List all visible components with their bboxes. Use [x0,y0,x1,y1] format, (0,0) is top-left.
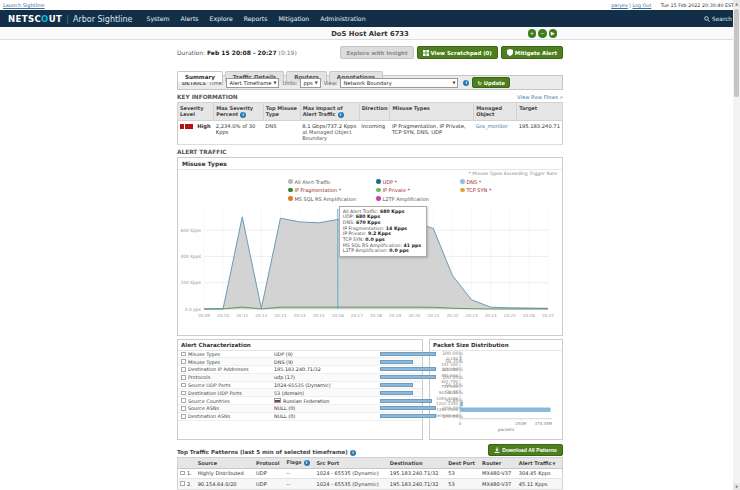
info-icon[interactable]: i [350,450,356,456]
time-select[interactable]: Alert Timeframe▼ [226,78,279,88]
svg-text:0-150: 0-150 [446,355,458,360]
netscout-logo[interactable]: NETSCOUT [8,14,62,24]
chart-legend: All Alert TrafficUDP *DNS *IP Fragmentat… [288,179,558,202]
checkbox[interactable] [181,367,186,372]
checkbox[interactable] [180,471,185,476]
legend-item[interactable]: L2TP Amplification [376,196,460,202]
svg-text:600 Kpps: 600 Kpps [180,227,201,232]
info-icon[interactable]: i [463,80,469,86]
scrollbar-thumb[interactable] [734,9,739,97]
svg-text:20:14: 20:14 [294,313,306,318]
chart-tooltip: All Alert Traffic: 680 KppsUDP: 680 Kpps… [339,206,427,258]
username-link[interactable]: paryev [611,3,628,8]
scrollbar[interactable]: ▲ ▼ [733,0,740,490]
nav-item-explore[interactable]: Explore [210,15,233,22]
checkbox[interactable] [181,391,186,396]
keyinfo-header: Top Misuse Type [263,103,300,121]
info-icon[interactable]: i [338,112,344,118]
characterization-value: NULL (0) [274,413,380,419]
pattern-row[interactable]: 1.Highly DistributedUDP--1024 - 65535 (D… [178,468,563,479]
search-icon [704,16,710,22]
nav-item-administration[interactable]: Administration [320,15,365,22]
checkbox[interactable] [181,383,186,388]
svg-text:1351-1500: 1351-1500 [436,407,458,412]
legend-item[interactable]: IP Fragmentation * [288,187,376,193]
collapse-circle-button[interactable]: − [538,29,547,38]
characterization-label: Protocols [188,374,274,380]
page: Launch Sightline paryev | Log Out Tue 15… [0,0,740,490]
legend-item[interactable]: DNS * [460,179,532,185]
info-icon[interactable]: i [304,460,310,466]
scroll-down-icon[interactable]: ▼ [733,483,740,490]
patterns-table: SourceProtocolFlagsiSrc PortDestinationD… [177,457,563,490]
checkbox[interactable] [181,359,186,364]
checkbox[interactable] [180,481,185,486]
characterization-row: Destination UDP Ports53 (domain)58.35% [178,389,422,397]
characterization-label: Destination IP Addresses [188,366,274,372]
main-menu: SystemAlertsExploreReportsMitigationAdmi… [147,15,366,22]
keyinfo-header: Direction [359,103,390,121]
view-select[interactable]: Network Boundary▼ [340,78,458,88]
sort-caret-icon: ▼ [553,461,556,466]
nav-item-reports[interactable]: Reports [244,15,268,22]
update-button[interactable]: ↻Update [472,77,510,88]
packet-size-chart-svg: 0-150151-300301-450451-600601-750751-900… [430,351,562,435]
percent-bar [380,399,436,403]
svg-text:751-900: 751-900 [441,384,458,389]
tab-summary[interactable]: Summary [177,71,223,83]
patterns-header-alert-traffic[interactable]: Alert Traffic▼ [517,457,563,468]
max-severity-cell: 2,234.0% of 30 Kpps [214,120,264,144]
alert-header-row: Duration: Feb 15 20:08 - 20:27 (0:19) Ex… [177,45,563,60]
view-raw-flows-link[interactable]: View Raw Flows » [517,94,563,100]
legend-item[interactable]: MS SQL RS Amplification [288,196,376,202]
next-circle-button[interactable]: ▶ [549,29,558,38]
svg-text:20:27: 20:27 [542,313,554,318]
legend-item[interactable]: TCP SYN * [460,187,532,193]
add-circle-button[interactable]: + [528,29,537,38]
page-title: DoS Host Alert 6733 [0,30,740,38]
nav-item-system[interactable]: System [147,15,170,22]
scroll-up-icon[interactable]: ▲ [733,0,740,7]
svg-text:20:21: 20:21 [427,313,439,318]
mitigate-alert-button[interactable]: Mitigate Alert [501,46,563,59]
svg-text:20:26: 20:26 [523,313,535,318]
search-button[interactable]: Search [704,16,732,22]
legend-item[interactable]: UDP * [376,179,460,185]
units-select[interactable]: pps▼ [300,78,320,88]
misuse-types-panel-title: Misuse Types [178,158,562,170]
svg-text:20:12: 20:12 [255,313,267,318]
checkbox[interactable] [181,414,186,419]
checkbox[interactable] [181,406,186,411]
characterization-label: Source UDP Ports [188,382,274,388]
user-info: paryev | Log Out Tue 15 Feb 2022 20:30:4… [611,3,734,8]
nav-item-alerts[interactable]: Alerts [181,15,199,22]
characterization-row: Misuse TypesUDP (9)100.00% [178,351,422,359]
separator: | [629,3,631,8]
patterns-header-source: Source [196,457,254,468]
explore-with-insight-button[interactable]: Explore with Insight [340,46,413,59]
legend-item[interactable]: IP Private * [376,187,460,193]
clock: Tue 15 Feb 2022 20:30:40 EST [661,3,734,8]
alert-traffic-chart[interactable]: 20:0920:1020:1120:1220:1320:1420:1520:16… [178,203,562,335]
download-all-patterns-button[interactable]: Download All Patterns [488,444,563,456]
checkbox[interactable] [181,375,186,380]
view-scratchpad-button[interactable]: View Scratchpad (0) [417,46,498,59]
characterization-value: NULL (0) [274,405,380,411]
checkbox[interactable] [181,352,186,357]
patterns-header-flags: Flagsi [284,457,314,468]
launch-sightline-link[interactable]: Launch Sightline [3,2,45,8]
logout-link[interactable]: Log Out [633,3,652,8]
nav-item-mitigation[interactable]: Mitigation [279,15,310,22]
info-icon[interactable]: i [240,112,246,118]
legend-item[interactable]: All Alert Traffic [288,179,376,185]
patterns-header-protocol: Protocol [254,457,284,468]
svg-text:20:09: 20:09 [198,313,210,318]
managed-object-link[interactable]: Gra_monitor [476,123,508,129]
legend-dot [376,196,381,201]
characterization-row: Protocolsudp (17)100.00% [178,374,422,382]
pattern-row[interactable]: 2.90.154.64.0/20UDP--1024 - 65535 (Dynam… [178,479,563,490]
characterization-row: Destination IP Addresses195.183.240.71/3… [178,366,422,374]
checkbox[interactable] [181,398,186,403]
svg-text:400 Kpps: 400 Kpps [180,253,201,258]
svg-text:20:25: 20:25 [504,313,516,318]
